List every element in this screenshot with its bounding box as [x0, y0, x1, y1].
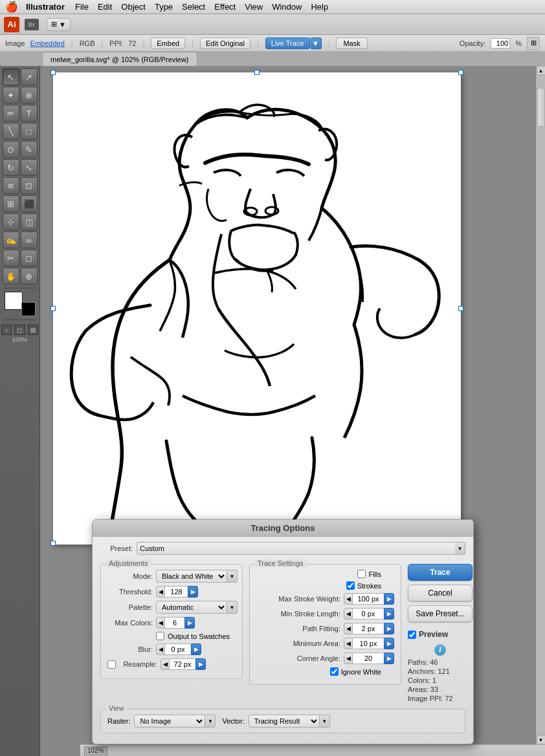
ignore-white-checkbox[interactable] [330, 667, 339, 676]
view-mode-button[interactable]: ⊞ ▼ [47, 18, 71, 31]
palette-select[interactable]: Automatic [156, 601, 227, 614]
trace-button[interactable]: Trace [408, 564, 473, 581]
palette-arrow[interactable]: ▼ [227, 601, 238, 614]
resample-stepper-left[interactable]: ◀ [161, 658, 170, 670]
direct-selection-tool[interactable]: ↗ [21, 69, 38, 85]
blur-arrow[interactable]: ▶ [191, 643, 201, 655]
bridge-button[interactable]: Br [25, 19, 39, 30]
screen-mode-icon[interactable]: ⊞ [28, 325, 38, 335]
blur-input[interactable] [165, 643, 191, 655]
selection-handle-bl[interactable] [50, 541, 56, 546]
zoom-level[interactable]: 102% [84, 746, 107, 755]
scroll-thumb[interactable] [537, 88, 545, 127]
lasso-tool[interactable]: ⊕ [21, 87, 38, 103]
threshold-stepper-left[interactable]: ◀ [156, 586, 165, 598]
threshold-input[interactable] [165, 586, 188, 598]
background-color[interactable] [21, 302, 36, 316]
minimum-area-input[interactable] [353, 638, 384, 649]
edit-original-button[interactable]: Edit Original [200, 38, 250, 49]
pen-tool[interactable]: ✏ [3, 105, 19, 122]
mode-select[interactable]: Black and White [156, 570, 227, 583]
mask-mode-icon[interactable]: ◻ [14, 325, 25, 335]
corner-angle-arrow[interactable]: ▶ [384, 653, 394, 664]
menu-type[interactable]: Type [155, 2, 173, 12]
preset-select[interactable]: Custom [137, 542, 456, 555]
save-preset-button[interactable]: Save Preset... [408, 605, 473, 622]
path-fitting-stepper[interactable]: ◀ [344, 623, 353, 634]
menu-effect[interactable]: Effect [214, 2, 236, 12]
threshold-arrow[interactable]: ▶ [188, 586, 198, 598]
vector-select[interactable]: Tracing Result [249, 715, 320, 728]
scroll-track[interactable] [537, 75, 545, 735]
preview-checkbox[interactable] [408, 631, 416, 639]
max-stroke-weight-input[interactable] [353, 593, 384, 605]
menu-help[interactable]: Help [311, 2, 328, 12]
resample-checkbox[interactable] [107, 660, 116, 669]
scale-tool[interactable]: ⤡ [21, 159, 38, 176]
foreground-color[interactable] [5, 292, 23, 310]
max-colors-stepper-left[interactable]: ◀ [156, 617, 165, 629]
gradient-tool[interactable]: ◫ [21, 213, 38, 230]
resample-input[interactable] [170, 658, 195, 670]
warp-tool[interactable]: ≋ [3, 177, 19, 194]
selection-handle-ml[interactable] [50, 306, 56, 311]
menu-select[interactable]: Select [182, 2, 205, 12]
minimum-area-stepper[interactable]: ◀ [344, 638, 353, 649]
embed-button[interactable]: Embed [151, 38, 185, 49]
raster-select[interactable]: No Image [134, 715, 205, 728]
max-stroke-weight-stepper[interactable]: ◀ [344, 593, 353, 605]
selection-handle-tm[interactable] [254, 70, 260, 75]
output-swatches-checkbox[interactable] [156, 632, 164, 640]
corner-angle-input[interactable] [353, 653, 384, 664]
resample-arrow[interactable]: ▶ [195, 658, 206, 670]
info-icon[interactable]: i [434, 644, 446, 656]
mask-button[interactable]: Mask [336, 38, 367, 49]
zoom-tool[interactable]: ⊕ [21, 268, 38, 285]
type-tool[interactable]: T [21, 105, 38, 122]
raster-select-arrow[interactable]: ▼ [205, 715, 216, 728]
max-stroke-weight-arrow[interactable]: ▶ [384, 593, 394, 605]
preset-select-arrow[interactable]: ▼ [455, 542, 465, 555]
blend-tool[interactable]: ∞ [21, 232, 38, 248]
min-stroke-length-input[interactable] [353, 608, 384, 620]
menu-window[interactable]: Window [272, 2, 302, 12]
blur-stepper-left[interactable]: ◀ [156, 643, 165, 655]
max-colors-input[interactable] [165, 617, 184, 629]
strokes-checkbox[interactable] [346, 581, 355, 590]
menu-view[interactable]: View [245, 2, 263, 12]
min-stroke-length-stepper[interactable]: ◀ [344, 608, 353, 620]
scroll-up-button[interactable]: ▲ [537, 66, 546, 75]
pencil-tool[interactable]: ✎ [21, 141, 38, 158]
paintbrush-tool[interactable]: ⊙ [3, 141, 19, 158]
menu-object[interactable]: Object [121, 2, 146, 12]
path-fitting-arrow[interactable]: ▶ [384, 623, 394, 634]
free-transform-tool[interactable]: ⊡ [21, 177, 38, 194]
minimum-area-arrow[interactable]: ▶ [384, 638, 394, 649]
appearance-button[interactable]: ⊞ [527, 37, 540, 50]
live-trace-dropdown[interactable]: ▼ [310, 38, 322, 49]
mode-select-arrow[interactable]: ▼ [227, 570, 238, 583]
min-stroke-length-arrow[interactable]: ▶ [384, 608, 394, 620]
app-name[interactable]: Illustrator [26, 2, 65, 12]
embedded-link[interactable]: Embedded [30, 39, 65, 47]
selection-handle-mr[interactable] [458, 306, 463, 311]
cancel-button[interactable]: Cancel [408, 585, 473, 601]
graph-tool[interactable]: ⬛ [21, 195, 38, 212]
scissors-tool[interactable]: ✂ [3, 250, 19, 266]
fills-checkbox[interactable] [357, 570, 366, 578]
eyedropper-tool[interactable]: ✍ [3, 232, 19, 248]
rotate-tool[interactable]: ↻ [3, 159, 19, 176]
menu-file[interactable]: File [75, 2, 89, 12]
mesh-tool[interactable]: ⊹ [3, 213, 19, 230]
path-fitting-input[interactable] [353, 623, 384, 634]
rect-tool[interactable]: □ [21, 123, 38, 140]
max-colors-arrow[interactable]: ▶ [184, 617, 195, 629]
apple-menu[interactable]: 🍎 [5, 1, 18, 13]
document-tab[interactable]: melwe_gorilla.svg* @ 102% (RGB/Preview) [42, 52, 197, 66]
selection-tool[interactable]: ↖ [3, 69, 19, 85]
scroll-down-button[interactable]: ▼ [537, 735, 546, 744]
vector-select-arrow[interactable]: ▼ [320, 715, 330, 728]
eraser-tool[interactable]: ◻ [21, 250, 38, 266]
selection-handle-tr[interactable] [458, 70, 463, 75]
selection-handle-tl[interactable] [50, 70, 56, 75]
